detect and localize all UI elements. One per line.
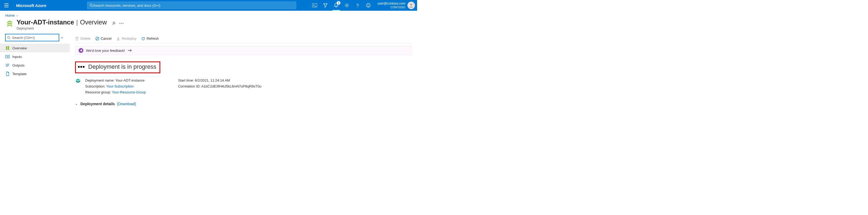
refresh-icon (141, 37, 145, 41)
avatar (407, 2, 415, 9)
correlation-id-value: A1bC2dE3fH4iJ5kL6mN7oP8qR9sT0u (201, 84, 261, 88)
sidebar-search[interactable] (5, 34, 59, 41)
deployment-info-left: Deployment name: Your-ADT-instance Subsc… (85, 78, 146, 95)
account-menu[interactable]: user@contoso.com CONTOSO (374, 2, 417, 9)
help-button[interactable] (352, 0, 363, 11)
person-icon (409, 3, 414, 8)
resource-section: Overview (80, 19, 107, 26)
svg-point-11 (123, 23, 123, 24)
progress-icon (78, 66, 85, 68)
sidebar-item-label: Outputs (12, 63, 25, 68)
more-button[interactable] (119, 23, 124, 24)
svg-line-20 (96, 37, 98, 40)
svg-point-0 (90, 4, 92, 6)
arrow-right-icon (128, 49, 132, 52)
notification-badge: 1 (337, 1, 340, 5)
search-icon (90, 3, 93, 7)
subscription-link[interactable]: Your-Subscription (106, 84, 134, 88)
svg-point-8 (410, 4, 412, 5)
svg-rect-17 (8, 48, 9, 50)
ellipsis-icon (119, 23, 124, 24)
breadcrumb-separator: › (17, 14, 18, 18)
blade-sidebar: « Overview Inputs Outputs (0, 34, 70, 111)
help-icon (355, 3, 360, 7)
svg-point-7 (369, 5, 369, 5)
collapse-sidebar-button[interactable]: « (61, 36, 63, 39)
sidebar-item-outputs[interactable]: Outputs (0, 61, 70, 70)
svg-point-3 (346, 5, 348, 6)
notifications-button[interactable]: 1 (331, 0, 342, 11)
start-time-value: 6/2/2021, 11:24:14 AM (195, 78, 230, 82)
breadcrumb: Home › (0, 11, 417, 18)
deployment-status-heading: Deployment is in progress (75, 61, 160, 73)
user-email: user@contoso.com (377, 2, 405, 6)
svg-rect-2 (313, 4, 317, 7)
svg-rect-14 (6, 47, 7, 48)
sidebar-item-label: Overview (12, 46, 27, 50)
resource-header: Your-ADT-instance | Overview Deployment (0, 18, 417, 30)
svg-point-4 (358, 7, 358, 7)
svg-point-10 (121, 23, 122, 24)
svg-point-6 (368, 5, 368, 5)
resource-name: Your-ADT-instance (17, 19, 74, 26)
smiley-icon (366, 3, 370, 7)
svg-point-12 (7, 36, 10, 38)
deployment-icon (75, 78, 81, 84)
deployment-name-value: Your-ADT-instance (116, 78, 145, 82)
deployment-details-label: Deployment details (81, 102, 115, 106)
global-search[interactable] (87, 2, 296, 9)
feedback-banner[interactable]: We'd love your feedback! (75, 46, 412, 55)
svg-point-5 (367, 3, 370, 7)
status-text: Deployment is in progress (88, 63, 156, 70)
redeploy-icon (116, 37, 120, 41)
resource-type-icon (5, 20, 14, 28)
sidebar-search-input[interactable] (12, 36, 57, 40)
svg-rect-16 (6, 48, 7, 50)
deployment-info-right: Start time: 6/2/2021, 11:24:14 AM Correl… (178, 78, 261, 95)
resource-group-link[interactable]: Your-Resource-Group (112, 90, 146, 94)
svg-line-1 (92, 6, 93, 7)
hamburger-icon (4, 3, 8, 7)
feedback-text: We'd love your feedback! (86, 49, 125, 53)
cancel-icon (95, 37, 99, 41)
user-tenant: CONTOSO (377, 6, 405, 9)
sidebar-item-overview[interactable]: Overview (0, 44, 70, 52)
breadcrumb-home[interactable]: Home (5, 14, 15, 18)
command-bar: Delete Cancel Redeploy Refresh (75, 34, 412, 43)
cloud-shell-icon (312, 3, 317, 7)
feedback-bullhorn-icon (79, 48, 83, 53)
inputs-icon (5, 54, 10, 59)
title-divider: | (76, 19, 78, 26)
hamburger-menu[interactable] (0, 0, 13, 11)
filter-icon (323, 3, 328, 7)
download-link[interactable]: (Download) (117, 102, 136, 106)
feedback-button[interactable] (363, 0, 374, 11)
sidebar-item-label: Inputs (12, 55, 22, 59)
resource-subtype: Deployment (17, 27, 124, 30)
template-icon (5, 72, 10, 76)
cancel-button[interactable]: Cancel (95, 36, 112, 41)
sidebar-item-template[interactable]: Template (0, 70, 70, 78)
svg-point-9 (119, 23, 120, 24)
svg-line-13 (9, 38, 10, 39)
chevron-down-icon: ⌄ (75, 102, 78, 106)
azure-topbar: Microsoft Azure 1 user@contoso.com (0, 0, 417, 11)
brand-label[interactable]: Microsoft Azure (13, 3, 50, 8)
global-search-input[interactable] (93, 3, 294, 7)
outputs-icon (5, 63, 10, 68)
svg-rect-15 (8, 47, 9, 48)
deployment-details-toggle[interactable]: ⌄ Deployment details (Download) (75, 102, 412, 106)
pin-icon (111, 21, 116, 26)
sidebar-item-inputs[interactable]: Inputs (0, 52, 70, 61)
blade-main: Delete Cancel Redeploy Refresh We'd love… (70, 34, 417, 111)
overview-icon (5, 46, 10, 50)
settings-button[interactable] (342, 0, 352, 11)
pin-button[interactable] (111, 21, 116, 26)
search-icon (7, 36, 10, 39)
sidebar-item-label: Template (12, 72, 27, 76)
refresh-button[interactable]: Refresh (141, 36, 159, 41)
delete-button: Delete (75, 36, 91, 41)
cloud-shell-button[interactable] (309, 0, 320, 11)
directory-filter-button[interactable] (320, 0, 331, 11)
gear-icon (344, 3, 349, 8)
